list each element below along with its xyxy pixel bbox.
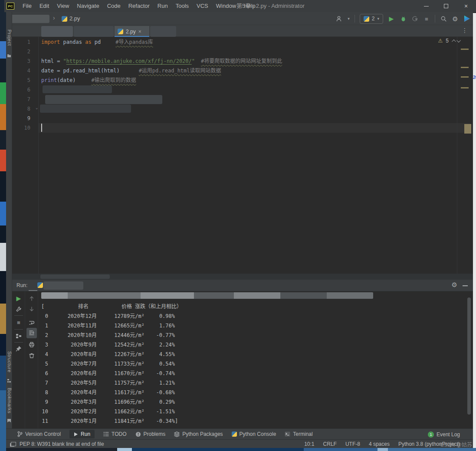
menu-run[interactable]: Run	[154, 0, 172, 12]
tab-redacted[interactable]	[150, 26, 176, 37]
line-ending[interactable]: CRLF	[323, 441, 337, 447]
tab-redacted[interactable]	[41, 26, 73, 37]
console-table-rows: 0 2020年12月 12789元/m² 0.98% 1 2020年11月 12…	[41, 311, 175, 426]
command-line-redacted	[41, 292, 373, 299]
toolwindow-run[interactable]: Run	[69, 430, 95, 438]
menu-file[interactable]: File	[19, 0, 36, 12]
sidebar-item-structure[interactable]: Structure	[6, 351, 12, 373]
window-stack-icon[interactable]	[11, 442, 16, 446]
warning-count: 5	[446, 38, 449, 44]
python-interpreter[interactable]: Python 3.8 (pythonProject)	[398, 441, 460, 447]
cell-price: 12789元/m²	[97, 311, 144, 321]
menu-vcs[interactable]: VCS	[193, 0, 212, 12]
menu-tools[interactable]: Tools	[172, 0, 193, 12]
menu-navigate[interactable]: Navigate	[73, 0, 103, 12]
menu-edit[interactable]: Edit	[36, 0, 53, 12]
error-stripe-mark[interactable]	[461, 49, 469, 50]
event-log-badge: 1	[428, 431, 434, 438]
cell-index: 2	[41, 330, 48, 340]
python-file-icon	[118, 29, 123, 34]
cell-price: 11757元/m²	[97, 378, 144, 388]
plugin-brand-icon[interactable]	[463, 15, 470, 22]
cell-change: 2.24%	[144, 340, 175, 350]
maximize-button[interactable]	[436, 0, 456, 12]
token-paren: )	[72, 77, 76, 83]
toolbar-divider	[14, 315, 23, 316]
tab-active-2py[interactable]: 2.py ×	[115, 26, 149, 37]
project-folder-icon	[7, 54, 11, 57]
menu-window[interactable]: Window	[212, 0, 240, 12]
tab-redacted[interactable]	[74, 26, 114, 37]
tab-close-icon[interactable]: ×	[138, 29, 141, 35]
stop-process-button[interactable]: ■	[15, 319, 22, 326]
cell-price: 12446元/m²	[97, 330, 144, 340]
sidebar-item-project[interactable]: Project	[6, 29, 12, 46]
run-tab-redacted[interactable]	[43, 281, 83, 290]
maximize-icon	[444, 4, 448, 8]
soft-wrap-icon[interactable]	[28, 319, 35, 326]
status-message: PEP 8: W391 blank line at end of file	[20, 441, 104, 447]
run-console-output[interactable]: [ 排名 价格 涨跌（和上月相比） 0 2020年12月 12789元/m² 0…	[38, 291, 473, 428]
restore-layout-icon[interactable]	[15, 333, 22, 340]
next-warning-icon[interactable]	[456, 38, 461, 42]
wrench-icon[interactable]	[15, 306, 22, 313]
code-editor[interactable]: 12345678910 import pandas as pd#导入pandas…	[12, 37, 473, 274]
scroll-to-end-icon[interactable]	[28, 330, 35, 337]
caret-position[interactable]: 10:1	[304, 441, 314, 447]
comment-line-1: #导入pandas库	[115, 39, 153, 45]
error-stripe-mark[interactable]	[461, 67, 469, 68]
toolwindow-problems[interactable]: Problems	[135, 431, 166, 437]
cell-date: 2020年9月	[48, 340, 97, 350]
indent-setting[interactable]: 4 spaces	[369, 441, 390, 447]
menu-code[interactable]: Code	[103, 0, 125, 12]
run-config-selector[interactable]: 2 ▾	[360, 14, 383, 24]
coverage-button[interactable]	[411, 15, 418, 22]
console-scrollbar[interactable]	[467, 297, 471, 415]
cell-date: 2020年7月	[48, 359, 97, 369]
toolwindow-terminal[interactable]: Terminal	[285, 431, 312, 437]
toolwindow-version-control[interactable]: Version Control	[17, 431, 61, 437]
tab-options-icon[interactable]: ⋮	[462, 27, 468, 34]
fold-marker-icon[interactable]: ⌄	[36, 105, 38, 110]
toolwindow-python-console[interactable]: Python Console	[232, 431, 276, 437]
search-everywhere-icon[interactable]	[440, 15, 447, 22]
settings-gear-icon[interactable]: ⚙	[452, 15, 459, 22]
toolwindow-python-packages[interactable]: Python Packages	[174, 431, 223, 437]
menu-refactor[interactable]: Refactor	[125, 0, 154, 12]
sidebar-item-bookmarks[interactable]: Bookmarks	[6, 388, 12, 414]
line-number: 8	[12, 104, 35, 114]
inspections-widget[interactable]: ⚠ 5	[438, 38, 461, 44]
token-url-string[interactable]: https://mobile.anjuke.com/xf/fj-nn/2020/	[66, 58, 192, 64]
error-stripe-caret-thumb[interactable]	[464, 124, 471, 134]
clear-all-trash-icon[interactable]	[28, 352, 35, 359]
error-stripe-mark[interactable]	[461, 76, 469, 78]
menu-view[interactable]: View	[53, 0, 73, 12]
token-import: import	[41, 39, 60, 45]
error-stripe-mark[interactable]	[461, 87, 469, 88]
toolwindow-label: Python Console	[240, 431, 276, 437]
down-stacktrace-icon[interactable]	[28, 306, 35, 313]
editor-run-divider[interactable]	[12, 274, 473, 280]
pycharm-window: 20 PC File Edit View Navigate Code Refac…	[0, 0, 476, 451]
users-icon[interactable]	[336, 15, 343, 22]
prev-warning-icon[interactable]	[452, 39, 456, 43]
rerun-button[interactable]: ▶	[15, 295, 22, 302]
run-minimize-icon[interactable]	[463, 285, 468, 286]
toolwindow-event-log[interactable]: 1 Event Log	[428, 429, 460, 440]
breadcrumb-file[interactable]: 2.py	[69, 15, 80, 22]
run-settings-gear-icon[interactable]: ⚙	[452, 281, 457, 288]
close-button[interactable]: ×	[456, 0, 476, 12]
pin-icon[interactable]	[15, 345, 22, 352]
column-rank: 排名	[78, 302, 89, 311]
toolwindow-label: Run	[81, 431, 90, 437]
stop-button[interactable]: ■	[423, 15, 430, 22]
print-icon[interactable]	[28, 341, 35, 348]
run-button[interactable]: ▶	[388, 15, 395, 22]
cell-change: -0.68%	[144, 388, 175, 397]
minimize-button[interactable]	[416, 0, 436, 12]
debug-button[interactable]	[400, 15, 407, 22]
file-encoding[interactable]: UTF-8	[345, 441, 360, 447]
up-stacktrace-icon[interactable]	[28, 295, 35, 302]
toolwindow-todo[interactable]: TODO	[103, 431, 126, 437]
table-row: 0 2020年12月 12789元/m² 0.98%	[41, 311, 175, 321]
